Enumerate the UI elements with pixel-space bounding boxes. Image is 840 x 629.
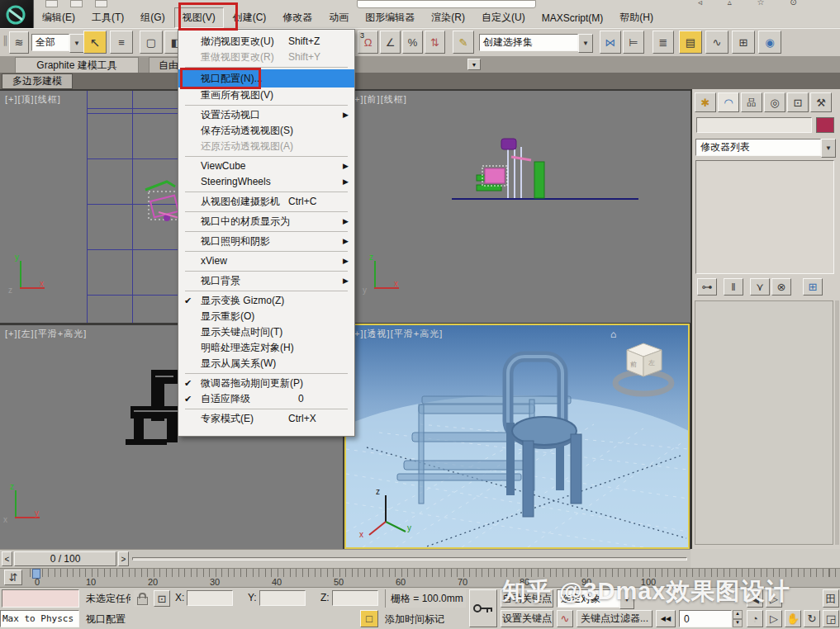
- time-slider-prev-button[interactable]: <: [2, 551, 12, 566]
- menu-item-adaptive-degradation[interactable]: ✔自适应降级0: [178, 391, 354, 407]
- layer-manager-button[interactable]: ≣: [653, 31, 674, 54]
- scene-undo-button[interactable]: ≋: [9, 31, 29, 54]
- play-button-top[interactable]: ▷: [766, 589, 782, 608]
- viewport-front[interactable]: [+][前][线框] z x y: [346, 91, 691, 323]
- menu-item-viewport-configuration[interactable]: 视口配置(N)...: [178, 69, 354, 87]
- key-filters-button[interactable]: 关键点过滤器...: [577, 610, 653, 627]
- menu-group[interactable]: 组(G): [133, 8, 172, 27]
- curve-editor-button[interactable]: ∿: [705, 31, 728, 54]
- selection-set-dropdown[interactable]: 选定对象: [557, 589, 619, 608]
- viewport-perspective[interactable]: [+][透视][平滑+高光] ⌂ 前 左 z y x: [344, 324, 690, 549]
- quick-access-button-partial[interactable]: [70, 0, 83, 7]
- menu-item-show-dependencies[interactable]: 显示从属关系(W): [178, 356, 354, 371]
- menu-item-xview[interactable]: xView▶: [178, 253, 354, 269]
- add-time-tag[interactable]: 添加时间标记: [385, 612, 444, 627]
- time-slider-handle[interactable]: 0 / 100: [14, 551, 116, 566]
- time-configuration-button[interactable]: ◔: [747, 610, 763, 627]
- spinner-down[interactable]: ▼: [733, 619, 743, 628]
- time-slider-next-button[interactable]: >: [118, 551, 129, 566]
- material-editor-button[interactable]: ◉: [758, 31, 781, 54]
- set-key-mode-curve-button[interactable]: ∿: [557, 610, 573, 627]
- menu-item-viewport-lighting-shadows[interactable]: 视口照明和阴影▶: [178, 234, 354, 249]
- make-unique-button[interactable]: ⋎: [750, 278, 770, 296]
- menu-animation[interactable]: 动画: [321, 8, 356, 27]
- absolute-offset-mode-toggle[interactable]: ⊡: [154, 590, 170, 607]
- rectangular-selection-region-button[interactable]: ▢: [140, 31, 163, 54]
- infocenter-icons-partial[interactable]: ◃ ▵ ☆ ⊙: [698, 0, 838, 7]
- menu-item-create-camera-from-view[interactable]: 从视图创建摄影机Ctrl+C: [178, 194, 354, 210]
- coord-y-field[interactable]: [259, 590, 306, 606]
- percent-snap-toggle[interactable]: %: [402, 31, 423, 54]
- maximize-viewport-toggle[interactable]: 田: [823, 589, 839, 608]
- menu-graph-editors[interactable]: 图形编辑器: [358, 8, 422, 27]
- viewcube-home-icon[interactable]: ⌂: [610, 329, 616, 340]
- modifier-list-dropdown[interactable]: 修改器列表: [695, 139, 821, 156]
- ribbon-tab-polymodel[interactable]: 多边形建模: [2, 73, 73, 89]
- application-logo-button[interactable]: [0, 0, 34, 30]
- maxscript-mini-listener-pink[interactable]: [2, 589, 79, 608]
- menu-item-show-ghosting[interactable]: 显示重影(O): [178, 309, 354, 324]
- menu-item-undo-view-change[interactable]: 撤消视图更改(U)Shift+Z: [178, 34, 354, 50]
- command-panel-scrollbar[interactable]: [835, 300, 839, 545]
- tab-create[interactable]: ✱: [695, 92, 716, 112]
- ribbon-display-chevron[interactable]: ▼: [467, 59, 481, 70]
- menu-rendering[interactable]: 渲染(R): [424, 8, 472, 27]
- tab-utilities[interactable]: ⚒: [810, 92, 832, 112]
- menu-item-material-display-in-viewport[interactable]: 视口中的材质显示为▶: [178, 214, 354, 229]
- menu-item-redraw-all-views[interactable]: 重画所有视图(V): [178, 87, 354, 103]
- menu-item-update-during-spinner-drag[interactable]: ✔微调器拖动期间更新(P): [178, 376, 354, 391]
- current-frame-field[interactable]: 0: [679, 610, 732, 627]
- coord-z-field[interactable]: [332, 590, 378, 606]
- spinner-up[interactable]: ▲: [733, 610, 743, 619]
- previous-frame-button[interactable]: ◀: [747, 589, 763, 608]
- menu-customize[interactable]: 自定义(U): [474, 8, 533, 27]
- keyboard-shortcut-override-toggle[interactable]: [469, 589, 497, 627]
- auto-key-button[interactable]: 自动关键点: [501, 589, 553, 608]
- zoom-region-button[interactable]: ◲: [823, 610, 839, 627]
- spinner-snap-toggle[interactable]: ⇅: [425, 31, 445, 54]
- viewport-perspective-label[interactable]: [+][透视][平滑+高光]: [351, 328, 443, 340]
- viewport-left-label[interactable]: [+][左][平滑+高光]: [5, 328, 87, 340]
- select-by-name-button[interactable]: ≡: [110, 31, 133, 54]
- menu-item-show-key-times[interactable]: 显示关键点时间(T): [178, 324, 354, 340]
- scene-objects-front-view[interactable]: [470, 132, 577, 202]
- edit-named-selection-sets-button[interactable]: ✎: [453, 31, 474, 54]
- menu-modifiers[interactable]: 修改器: [275, 8, 320, 27]
- go-to-start-button[interactable]: ◀◀: [656, 610, 676, 627]
- select-object-button[interactable]: ↖: [83, 31, 107, 54]
- selection-lock-toggle[interactable]: [134, 590, 150, 607]
- menu-item-save-active-perspective-view[interactable]: 保存活动透视视图(S): [178, 123, 354, 139]
- show-end-result-button[interactable]: ‖: [724, 278, 743, 296]
- toolbar-drag-handle[interactable]: ∥: [2, 35, 8, 45]
- pin-stack-button[interactable]: ⊶: [697, 278, 717, 296]
- selection-filter-dropdown[interactable]: 全部: [31, 34, 69, 51]
- mirror-button[interactable]: ⋈: [600, 31, 621, 54]
- menu-item-steeringwheels[interactable]: SteeringWheels▶: [178, 174, 354, 190]
- ribbon-tab-graphite[interactable]: Graphite 建模工具: [15, 57, 139, 73]
- menu-item-expert-mode[interactable]: 专家模式(E)Ctrl+X: [178, 411, 354, 427]
- tab-motion[interactable]: ◎: [764, 92, 785, 112]
- maxscript-mini-listener-white[interactable]: Max to Physcs (: [0, 610, 79, 627]
- remove-modifier-button[interactable]: ⊗: [771, 278, 791, 296]
- viewcube-face-left-label[interactable]: 左: [648, 358, 655, 367]
- named-selection-set-arrow[interactable]: ▼: [578, 34, 593, 53]
- infocenter-search-field-partial[interactable]: [357, 0, 536, 8]
- menu-item-viewport-background[interactable]: 视口背景▶: [178, 273, 354, 289]
- coord-x-field[interactable]: [187, 590, 233, 606]
- orbit-view-button[interactable]: ↻: [804, 610, 820, 627]
- time-slider-track[interactable]: [132, 557, 687, 560]
- open-mini-curve-editor-button[interactable]: ⇵: [4, 570, 22, 585]
- menu-help[interactable]: 帮助(H): [612, 8, 661, 27]
- tab-display[interactable]: ⊡: [787, 92, 809, 112]
- angle-snap-toggle[interactable]: ∠: [380, 31, 401, 54]
- menu-item-show-transform-gizmo[interactable]: ✔显示变换 Gizmo(Z): [178, 293, 354, 309]
- tab-modify[interactable]: ◠: [718, 92, 739, 112]
- frame-spinner[interactable]: ▲ ▼: [733, 610, 743, 627]
- quick-access-button-partial[interactable]: [45, 0, 58, 7]
- modifier-stack-list[interactable]: [695, 160, 834, 274]
- adaptive-degradation-toggle[interactable]: □: [360, 610, 378, 627]
- menu-edit[interactable]: 编辑(E): [35, 8, 83, 27]
- viewport-front-label[interactable]: [+][前][线框]: [351, 93, 407, 106]
- viewport-top-label[interactable]: [+][顶][线框]: [5, 93, 61, 106]
- modifier-list-arrow[interactable]: ▼: [821, 139, 836, 158]
